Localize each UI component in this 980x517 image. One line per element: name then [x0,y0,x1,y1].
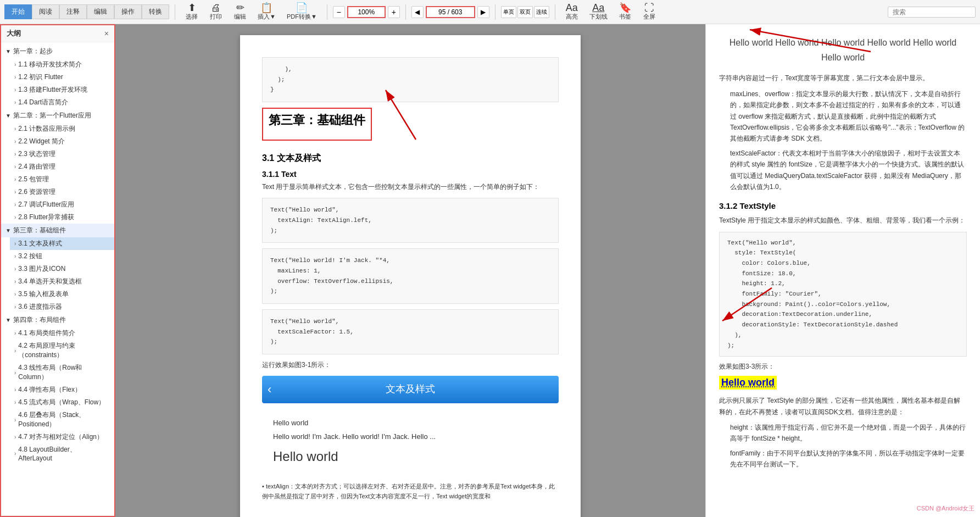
tree-child-2-2[interactable]: ›2.2 Widget 简介 [10,135,114,148]
tool-highlight[interactable]: Aa 高亮 [561,2,583,22]
tree-child-4-5[interactable]: ›4.5 流式布局（Wrap、Flow） [10,396,114,409]
view-continuous[interactable]: 连续 [534,6,549,18]
tree-child-2-3[interactable]: ›2.3 状态管理 [10,148,114,160]
zoom-minus-btn[interactable]: − [333,6,345,18]
tab-read[interactable]: 阅读 [32,4,59,19]
tree-child-2-7[interactable]: ›2.7 调试Flutter应用 [10,198,114,211]
sep3 [405,4,406,20]
tree-child-2-5[interactable]: ›2.5 包管理 [10,173,114,186]
tree-child-4-1[interactable]: ›4.1 布局类组件简介 [10,327,114,340]
arrow-section1: ▼ [5,48,11,54]
tree-child-1-1[interactable]: ›1.1 移动开发技术简介 [10,58,114,71]
page-prev-btn[interactable]: ◀ [411,6,424,18]
section1-children: ›1.1 移动开发技术简介 ›1.2 初识 Flutter ›1.3 搭建Flu… [1,58,114,109]
tab-group: 开始 阅读 注释 编辑 操作 转换 [4,4,169,19]
insert-icon: 📋 [260,3,272,13]
section2-children: ›2.1 计数器应用示例 ›2.2 Widget 简介 ›2.3 状态管理 ›2… [1,123,114,224]
highlight-icon: Aa [566,3,578,13]
rp-bullet2: textScaleFactor：代表文本相对于当前字体大小的缩放因子，相对于去设… [728,148,967,193]
rp-hello-yellow-wrapper: Hello world [719,376,967,390]
zoom-plus-btn[interactable]: + [388,6,400,18]
right-panel: Hello world Hello world Hello world Hell… [705,24,980,517]
rp-hello-yellow: Hello world [719,376,777,390]
tree-child-4-7[interactable]: ›4.7 对齐与相对定位（Align） [10,431,114,443]
tree-section-2-header[interactable]: ▼ 第二章：第一个Flutter应用 [1,109,114,123]
rp-bullet1: maxLines、overflow：指定文本显示的最大行数，默认情况下，文本是自… [728,88,967,144]
section-desc: Text 用于显示简单样式文本，它包含一些控制文本显示样式的一些属性，一个简单的… [262,182,559,192]
tree-section-2: ▼ 第二章：第一个Flutter应用 ›2.1 计数器应用示例 ›2.2 Wid… [1,109,114,224]
tool-insert[interactable]: 📋 插入▼ [253,2,280,22]
main-area: 大纲 × ▼ 第一章：起步 ›1.1 移动开发技术简介 ›1.2 初识 Flut… [0,24,980,517]
tree-child-4-3[interactable]: ›4.3 线性布局（Row和Column） [10,362,114,383]
tree-child-4-4[interactable]: ›4.4 弹性布局（Flex） [10,383,114,396]
tree-child-4-8[interactable]: ›4.8 LayoutBuilder、AfterLayout [10,443,114,464]
edit-icon: ✏ [236,3,244,13]
section3-label: 第三章：基础组件 [13,226,66,235]
tree-child-1-4[interactable]: ›1.4 Dart语言简介 [10,96,114,109]
tree-section-4-header[interactable]: ▼ 第四章：布局组件 [1,313,114,327]
demo-line2: Hello world! I'm Jack. Hello world! I'm … [273,430,548,444]
tree-child-3-6[interactable]: ›3.6 进度指示器 [10,301,114,313]
print-icon: 🖨 [211,3,221,13]
search-input[interactable] [888,7,976,18]
tool-edit[interactable]: ✏ 编辑 [229,2,251,22]
demo-widget: ‹ 文本及样式 [262,376,559,403]
pdf-area: ), ); } 第三章：基础组件 3.1 文本及样式 3.1.1 Text Te… [115,24,705,517]
tree-child-1-2[interactable]: ›1.2 初识 Flutter [10,71,114,84]
sidebar-close-btn[interactable]: × [104,29,109,38]
page-next-btn[interactable]: ▶ [477,6,489,18]
tree-child-3-1[interactable]: ›3.1 文本及样式 [10,237,114,250]
demo-widget-title: 文本及样式 [262,376,559,402]
sidebar-header: 大纲 × [1,25,114,42]
sidebar-title: 大纲 [7,29,21,38]
sep2 [327,4,327,20]
tree-child-3-3[interactable]: ›3.3 图片及ICON [10,263,114,275]
demo-line1: Hello world [273,416,548,430]
tree-section-4: ▼ 第四章：布局组件 ›4.1 布局类组件简介 ›4.2 布局原理与约束（con… [1,313,114,464]
tool-select[interactable]: ⬆ 选择 [181,2,203,22]
tree-child-2-6[interactable]: ›2.6 资源管理 [10,186,114,198]
tab-annotate[interactable]: 注释 [59,4,87,19]
tree-child-2-8[interactable]: ›2.8 Flutter异常捕获 [10,211,114,224]
zoom-input[interactable] [347,6,386,18]
tree-section-1: ▼ 第一章：起步 ›1.1 移动开发技术简介 ›1.2 初识 Flutter ›… [1,45,114,109]
section3-children: ›3.1 文本及样式 ›3.2 按钮 ›3.3 图片及ICON ›3.4 单选开… [1,237,114,313]
tree-child-3-2[interactable]: ›3.2 按钮 [10,250,114,263]
tool-print[interactable]: 🖨 打印 [205,2,227,22]
arrow-section2: ▼ [5,113,11,119]
watermark: CSDN @Android女王 [917,504,975,513]
tool-fullscreen[interactable]: ⛶ 全屏 [638,2,660,22]
tree-child-2-4[interactable]: ›2.4 路由管理 [10,160,114,173]
tree-child-3-4[interactable]: ›3.4 单选开关和复选框 [10,275,114,288]
tool-underline[interactable]: Aa 下划线 [585,2,612,22]
tab-start[interactable]: 开始 [4,4,32,19]
page-input[interactable] [426,6,475,18]
back-arrow-icon[interactable]: ‹ [268,382,271,397]
view-double[interactable]: 双页 [517,6,533,18]
view-single[interactable]: 单页 [501,6,516,18]
toolbar-row1: 开始 阅读 注释 编辑 操作 转换 ⬆ 选择 🖨 打印 ✏ 编辑 📋 插入▼ 📄… [0,0,980,24]
tree-child-4-6[interactable]: ›4.6 层叠布局（Stack、Positioned） [10,409,114,431]
section-311: 3.1.1 Text [262,170,559,179]
arrow-section4: ▼ [5,317,11,323]
tree-child-3-5[interactable]: ›3.5 输入框及表单 [10,288,114,301]
tree-section-1-header[interactable]: ▼ 第一章：起步 [1,45,114,58]
tree-child-2-1[interactable]: ›2.1 计数器应用示例 [10,123,114,135]
tree-child-1-3[interactable]: ›1.3 搭建Flutter开发环境 [10,84,114,96]
sep5 [555,4,555,20]
tree-section-3-header[interactable]: ▼ 第三章：基础组件 [1,224,114,237]
tool-pdf-convert[interactable]: 📄 PDF转换▼ [282,2,321,22]
bookmark-icon: 🔖 [619,3,631,13]
tab-operate[interactable]: 操作 [114,4,142,19]
section4-label: 第四章：布局组件 [13,315,66,325]
tab-edit[interactable]: 编辑 [87,4,114,19]
rp-hello-title: Hello world Hello world Hello world Hell… [719,35,967,65]
tab-convert[interactable]: 转换 [142,4,169,19]
desc-bottom: • textAlign：文本的对齐方式；可以选择左对齐、右对齐还是居中。注意，对… [262,482,559,501]
section1-label: 第一章：起步 [13,47,53,56]
tree-child-4-2[interactable]: ›4.2 布局原理与约束（constraints） [10,340,114,362]
tool-bookmark[interactable]: 🔖 书签 [614,2,636,22]
underline-icon: Aa [592,3,604,13]
section4-children: ›4.1 布局类组件简介 ›4.2 布局原理与约束（constraints） ›… [1,327,114,464]
rp-bullet4: fontFamily：由于不同平台默认支持的字体集不同，所以在手动指定字体时一定… [728,448,967,470]
